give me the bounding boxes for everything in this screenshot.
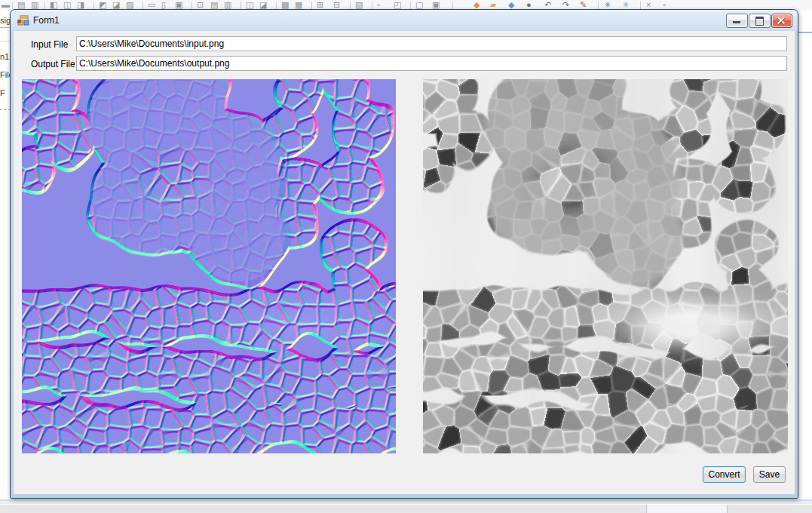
form-client-area: Input File Output File Convert Save bbox=[14, 31, 795, 494]
toolbar-separator bbox=[452, 2, 453, 9]
save-button[interactable]: Save bbox=[753, 466, 786, 483]
input-file-field[interactable] bbox=[76, 36, 787, 51]
toolbar-separator bbox=[192, 2, 192, 9]
clipped-text-fragment: File bbox=[0, 70, 11, 79]
toolbar-separator bbox=[142, 2, 143, 9]
maximize-icon bbox=[755, 17, 764, 26]
designer-left-fragments: sign1FileF bbox=[0, 11, 11, 498]
frame-highlight bbox=[12, 496, 796, 497]
minimize-button[interactable] bbox=[726, 14, 748, 28]
output-file-field[interactable] bbox=[76, 56, 787, 71]
input-image-preview bbox=[22, 79, 396, 453]
toolbar-separator bbox=[410, 2, 411, 9]
designer-bottom-panel bbox=[0, 499, 812, 513]
screen: ▬▤▥◧◫◨◩◪▨▭▯▣⊡▤▥◫◪▩▦⊞⊟▧▫◰▢▣◆▰◆●↶↷✎✳✳×▫ si… bbox=[0, 0, 812, 513]
toolbar-handle-icon[interactable]: ▬ bbox=[2, 0, 10, 10]
toolbar-separator bbox=[372, 2, 372, 9]
panel-tab[interactable] bbox=[646, 505, 728, 513]
window-title: Form1 bbox=[33, 10, 60, 31]
titlebar[interactable]: Form1 bbox=[11, 10, 798, 31]
toolbar-separator bbox=[241, 2, 241, 9]
toolbar-separator bbox=[12, 2, 13, 9]
convert-button[interactable]: Convert bbox=[703, 466, 746, 483]
minimize-icon bbox=[733, 21, 740, 23]
toolbar-separator bbox=[276, 2, 277, 9]
maximize-button[interactable] bbox=[749, 14, 771, 28]
clipped-text-fragment: sig bbox=[0, 16, 11, 25]
toolbar-separator bbox=[44, 2, 45, 9]
clipped-text-fragment: n1 bbox=[0, 52, 11, 61]
output-image-preview bbox=[423, 79, 788, 453]
output-file-label: Output File bbox=[31, 59, 75, 69]
toolbar-separator bbox=[640, 2, 641, 9]
toolbar-separator bbox=[598, 2, 599, 9]
input-file-label: Input File bbox=[31, 39, 68, 50]
toolbar-separator bbox=[350, 2, 351, 9]
panel-edge-band bbox=[0, 501, 812, 504]
designer-panel-edge bbox=[796, 32, 812, 33]
clipped-text-fragment: F bbox=[0, 88, 11, 97]
close-button[interactable] bbox=[771, 14, 792, 28]
toolbar-separator bbox=[93, 2, 94, 9]
clipped-textbox-fragment bbox=[0, 27, 11, 41]
form1-window: Form1 Input File Output File Convert Sav… bbox=[10, 9, 798, 499]
form-icon bbox=[17, 14, 29, 26]
clipped-dashed-line bbox=[0, 109, 11, 110]
toolbar-separator bbox=[311, 2, 312, 9]
